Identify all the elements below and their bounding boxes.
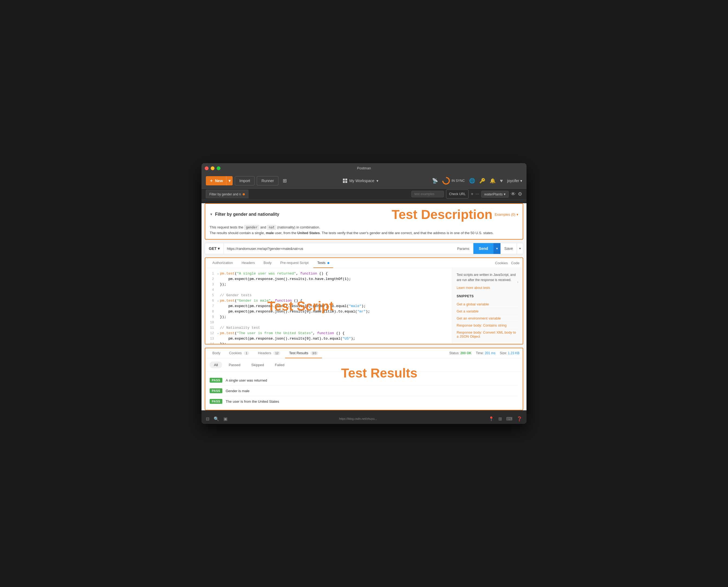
window-title: Postman <box>357 166 371 170</box>
user-button[interactable]: joycifer ▾ <box>507 179 522 183</box>
terminal-icon[interactable]: ▣ <box>223 416 227 421</box>
collection-button[interactable]: ⊞ <box>281 176 289 185</box>
tab-code[interactable]: Code <box>511 258 519 268</box>
tab-authorization[interactable]: Authorization <box>209 258 237 268</box>
resp-tab-test-results[interactable]: Test Results 3/3 <box>285 348 322 358</box>
desc-text-1: This request tests the gender and nat (n… <box>210 225 518 230</box>
snippet-get-env[interactable]: Get an environment variable <box>457 315 518 322</box>
test-result-1: PASS A single user was returned <box>210 375 518 386</box>
tab-tests[interactable]: Tests <box>313 258 333 268</box>
code-line-13: 13 ▾ pm.expect(pm.response.json().result… <box>205 336 452 342</box>
more-tabs-button[interactable]: ··· <box>476 192 479 196</box>
sidebar-description: Test scripts are written in JavaScript, … <box>457 272 518 283</box>
code-editor[interactable]: 1 ▾ pm.test("A single user was returned"… <box>205 268 452 344</box>
tab-cookies[interactable]: Cookies <box>495 258 508 268</box>
url-bar: GET ▾ Params Send ▾ Save ▾ <box>205 243 523 254</box>
maximize-button[interactable] <box>217 166 220 170</box>
satellite-icon[interactable]: 📡 <box>432 178 438 184</box>
runner-button[interactable]: Runner <box>257 176 278 185</box>
test-results-badge: 3/3 <box>310 351 318 355</box>
collection-selector[interactable]: waterPlants ▾ <box>481 191 509 197</box>
method-arrow: ▾ <box>218 246 220 251</box>
time-display: Time: 201 ms <box>476 351 495 355</box>
code-line-10: 10 ▾ <box>205 320 452 326</box>
keyboard-icon[interactable]: ⌨ <box>506 416 512 421</box>
method-selector[interactable]: GET ▾ <box>205 243 224 254</box>
tab-pre-request-script[interactable]: Pre-request Script <box>276 258 313 268</box>
user-label: joycifer <box>507 179 519 183</box>
workspace-icon <box>343 179 347 183</box>
check-url-button[interactable]: Check URL <box>446 189 468 198</box>
sync-label: IN SYNC <box>452 179 465 183</box>
resp-tab-body[interactable]: Body <box>209 348 224 358</box>
request-tab[interactable]: Filter by gender and n <box>206 190 248 198</box>
tab-body[interactable]: Body <box>260 258 275 268</box>
help-icon[interactable]: ❓ <box>517 416 522 421</box>
titlebar: Postman <box>201 163 527 173</box>
sync-status: IN SYNC <box>442 177 465 185</box>
filter-passed[interactable]: Passed <box>224 361 245 368</box>
tabbar: Filter by gender and n Check URL + ··· w… <box>201 189 527 200</box>
search-icon[interactable]: 🔍 <box>214 416 219 421</box>
desc-title: Filter by gender and nationality <box>215 212 279 217</box>
filter-failed[interactable]: Failed <box>271 361 289 368</box>
snippet-response-contains-string[interactable]: Response body: Contains string <box>457 322 518 329</box>
minimize-button[interactable] <box>211 166 215 170</box>
snippet-get-global[interactable]: Get a global variable <box>457 301 518 308</box>
method-label: GET <box>209 246 217 251</box>
test-result-3: PASS The user is from the United States <box>210 396 518 406</box>
settings-button[interactable]: ⚙ <box>518 191 522 197</box>
headers-badge: 12 <box>273 351 280 355</box>
heart-icon[interactable]: ♥ <box>500 178 503 184</box>
add-tab-button[interactable]: + <box>471 192 473 196</box>
pass-badge-3: PASS <box>210 399 222 404</box>
key-icon[interactable]: 🔑 <box>479 178 485 184</box>
location-icon[interactable]: 📍 <box>489 416 494 421</box>
code-line-5: 5 ▾ // Gender tests <box>205 293 452 298</box>
test-examples-input[interactable] <box>411 191 444 197</box>
collection-arrow: ▾ <box>504 192 506 196</box>
app-window: Postman ＋ New ▾ Import Runner ⊞ My Works… <box>201 163 527 424</box>
url-input[interactable] <box>224 246 453 251</box>
traffic-lights <box>205 166 220 170</box>
import-button[interactable]: Import <box>235 176 255 185</box>
examples-button[interactable]: Examples (0) ▾ <box>494 212 518 216</box>
new-button[interactable]: ＋ New ▾ <box>206 176 233 185</box>
columns-icon[interactable]: ⊞ <box>498 416 502 421</box>
request-tabs: Authorization Headers Body Pre-request S… <box>205 258 523 268</box>
tab-headers[interactable]: Headers <box>238 258 259 268</box>
params-button[interactable]: Params <box>453 243 474 254</box>
code-line-9: 9 ▾ }); <box>205 315 452 320</box>
footer: ⊟ 🔍 ▣ https://blog.csdn.net/zhuyu... 📍 ⊞… <box>201 414 527 424</box>
test-name-1: A single user was returned <box>226 378 267 382</box>
workspace-selector[interactable]: My Workspace ▾ <box>343 179 378 183</box>
send-button[interactable]: Send <box>474 243 493 254</box>
learn-more-link[interactable]: Learn more about tests <box>457 286 490 290</box>
desc-collapse-arrow[interactable]: ▼ <box>210 212 213 216</box>
response-tabs: Body Cookies 1 Headers 12 Test Results 3… <box>209 348 449 358</box>
save-dropdown-arrow[interactable]: ▾ <box>517 243 523 254</box>
desc-text-2: The results should contain a single, mal… <box>210 230 518 236</box>
snippet-get-variable[interactable]: Get a variable <box>457 308 518 315</box>
status-value: 200 OK <box>460 351 471 355</box>
close-button[interactable] <box>205 166 209 170</box>
resp-tab-headers[interactable]: Headers 12 <box>254 348 284 358</box>
desc-header: ▼ Filter by gender and nationality Test … <box>210 207 518 222</box>
new-dropdown-arrow[interactable]: ▾ <box>226 176 233 185</box>
footer-right: 📍 ⊞ ⌨ ❓ <box>489 416 522 421</box>
globe-icon[interactable]: 🌐 <box>469 178 475 184</box>
tab-label: Filter by gender and n <box>209 192 241 196</box>
filter-tabs: All Passed Skipped Failed <box>205 358 523 372</box>
test-result-2: PASS Gender is male <box>210 386 518 396</box>
save-button[interactable]: Save <box>501 243 517 254</box>
send-dropdown-button[interactable]: ▾ <box>493 243 501 254</box>
new-label: New <box>215 179 223 183</box>
environment-eye-button[interactable]: 👁 <box>511 191 516 197</box>
sidebar-toggle-icon[interactable]: ⊟ <box>206 416 209 421</box>
filter-all[interactable]: All <box>210 361 222 368</box>
resp-tab-cookies[interactable]: Cookies 1 <box>225 348 253 358</box>
bell-icon[interactable]: 🔔 <box>490 178 495 184</box>
editor-area: 1 ▾ pm.test("A single user was returned"… <box>205 268 523 344</box>
filter-skipped[interactable]: Skipped <box>247 361 268 368</box>
snippet-response-convert-xml[interactable]: Response body: Convert XML body to a JSO… <box>457 329 518 340</box>
